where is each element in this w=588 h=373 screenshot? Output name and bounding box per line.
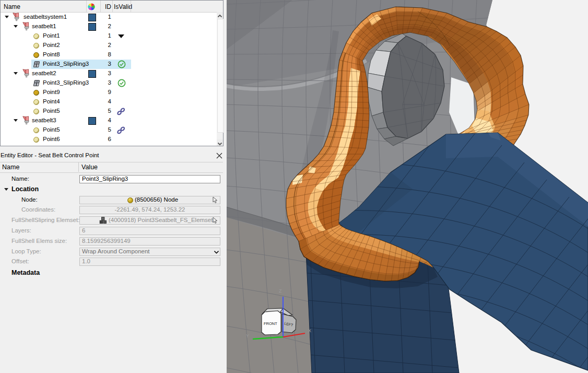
svg-text:Y: Y (246, 333, 249, 339)
svg-text:FRONT: FRONT (264, 321, 277, 326)
svg-text:Z: Z (279, 288, 282, 294)
svg-text:X: X (308, 328, 311, 333)
